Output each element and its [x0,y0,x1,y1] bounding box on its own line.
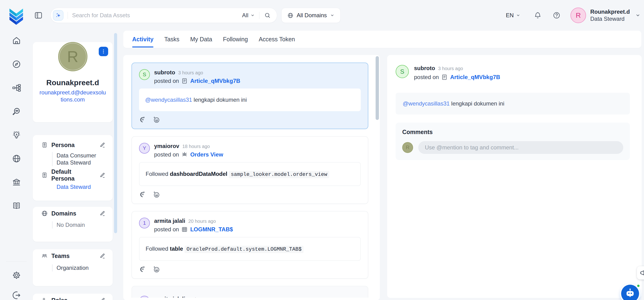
default-persona-title: Default Persona [51,168,96,182]
panel-scrollbar[interactable] [114,33,117,233]
detail-asset-link[interactable]: Article_qMVbkg7B [450,74,500,80]
feed-asset-link[interactable]: Article_qMVbkg7B [190,78,240,84]
sidebar-toggle-icon[interactable] [34,11,43,20]
feed-card[interactable]: 1 armita jalali 20 hours ago [132,286,368,298]
language-dropdown[interactable]: EN [506,12,520,19]
add-reaction-icon[interactable] [153,116,160,123]
roles-icon [41,297,48,300]
feed-asset-link[interactable]: Orders View [190,151,223,158]
default-persona-value[interactable]: Data Steward [56,184,106,190]
whats-new-icon [639,269,644,276]
bot-status-dot [637,285,640,287]
chevron-down-icon [250,13,255,18]
feed-asset-link[interactable]: LOGMNR_TAB$ [190,226,233,233]
notification-bell-icon[interactable] [534,11,542,19]
feed-card[interactable]: S subroto 3 hours ago posted on Article_… [132,63,368,129]
feed-action: posted on [154,78,179,84]
detail-message: @wendycasillas31 lengkapi dokumen ini [396,93,630,114]
persona-card-icon [41,142,48,148]
search-scope-dropdown[interactable]: All [242,12,255,19]
feed-card[interactable]: 1 armita jalali 20 hours ago posted on L… [132,211,368,279]
teams-value: Organization [56,264,106,271]
insights-bulb-icon[interactable] [12,130,21,140]
detail-user-name[interactable]: subroto [414,65,435,72]
default-persona-icon [41,172,48,179]
main-area: Activity Tasks My Data Following Access … [123,31,644,300]
mention-link[interactable]: @wendycasillas31 [403,100,450,107]
feed-avatar[interactable]: 1 [139,296,150,298]
tab-my-data[interactable]: My Data [190,31,212,48]
comment-bubble-icon[interactable] [139,116,146,123]
chevron-down-icon[interactable] [635,13,641,18]
feed-action: posted on [154,226,179,233]
settings-gear-icon[interactable] [12,270,21,280]
data-flow-icon[interactable] [12,83,21,92]
profile-email[interactable]: rounakpreet.d@deuexsolutions.com [33,89,113,103]
detail-avatar[interactable]: S [396,65,409,78]
domains-globe-icon[interactable] [12,154,21,163]
edit-default-persona-button[interactable] [100,172,106,178]
activity-feed: S subroto 3 hours ago posted on Article_… [123,55,380,300]
feed-avatar[interactable]: Y [139,143,150,154]
chevron-down-icon [516,13,520,18]
search-scope-label: All [242,12,248,19]
edit-persona-button[interactable] [100,142,106,148]
feed-scrollbar[interactable] [376,56,379,120]
openmetadata-logo[interactable] [9,6,24,25]
comment-input[interactable] [418,141,623,154]
logout-icon[interactable] [12,290,21,300]
all-domains-button[interactable]: All Domains [281,8,340,23]
ai-sparkle-icon[interactable] [53,10,64,21]
detail-action: posted on [414,74,439,80]
search-input[interactable] [72,12,242,19]
feed-user-name[interactable]: armita jalali [154,218,185,224]
home-icon[interactable] [12,36,21,45]
global-search-bar[interactable]: All [50,8,277,23]
profile-avatar: R [58,42,88,71]
comment-bubble-icon[interactable] [139,265,146,273]
comment-bubble-icon[interactable] [139,191,146,198]
teams-icon [41,253,48,259]
profile-tabs: Activity Tasks My Data Following Access … [123,31,642,48]
top-bar: All All Domains EN R Rounakpreet.d Data … [0,0,644,31]
feed-entity-fqn: OracleProd.default.system.LOGMNR_TAB$ [184,246,303,253]
user-avatar[interactable]: R [570,8,586,23]
feed-avatar[interactable]: S [139,69,150,80]
tab-activity[interactable]: Activity [132,31,154,48]
detail-message-text: lengkapi dokumen ini [451,100,504,107]
chevron-down-icon [330,13,334,18]
profile-name: Rounakpreet.d [33,78,113,87]
feed-message: Followed table OracleProd.default.system… [139,237,361,261]
feed-user-name[interactable]: subroto [154,69,175,76]
governance-bank-icon[interactable] [12,178,21,187]
roles-card: Roles Admin [33,294,113,300]
mention-link[interactable]: @wendycasillas31 [145,97,192,103]
add-reaction-icon[interactable] [153,191,160,198]
whats-new-button[interactable] [637,266,644,279]
left-nav-rail [0,31,33,300]
feed-timestamp: 3 hours ago [178,70,203,76]
edit-roles-button[interactable] [100,297,106,300]
add-reaction-icon[interactable] [153,265,160,273]
tab-following[interactable]: Following [223,31,248,48]
detail-timestamp: 3 hours ago [438,66,463,71]
all-domains-label: All Domains [297,12,327,19]
help-icon[interactable] [552,11,560,19]
glossary-book-icon[interactable] [12,201,21,211]
feed-user-name[interactable]: armita jalali [154,296,185,298]
explore-compass-icon[interactable] [12,60,21,69]
tab-tasks[interactable]: Tasks [164,31,179,48]
feed-message: @wendycasillas31 lengkapi dokumen ini [139,88,361,111]
globe-icon [287,12,294,19]
observability-icon[interactable] [12,107,21,116]
feed-avatar[interactable]: 1 [139,218,150,228]
user-menu[interactable]: Rounakpreet.d Data Steward [590,8,630,23]
edit-domains-button[interactable] [100,210,106,216]
feed-card[interactable]: Y ymaiorov 18 hours ago posted on Orders… [132,136,368,204]
domains-card: Domains No Domain [33,207,113,242]
tab-access-token[interactable]: Access Token [259,31,295,48]
feed-user-name[interactable]: ymaiorov [154,143,179,149]
edit-teams-button[interactable] [100,253,106,259]
profile-more-button[interactable] [99,47,108,56]
search-icon[interactable] [264,12,271,19]
